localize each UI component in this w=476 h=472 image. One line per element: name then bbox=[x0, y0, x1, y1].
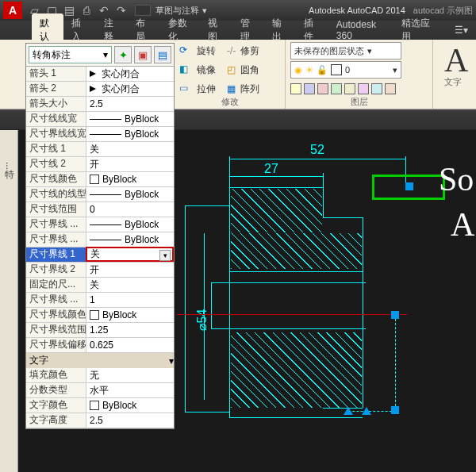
property-value[interactable]: ByBlock bbox=[86, 217, 174, 232]
property-value[interactable]: 1 bbox=[86, 293, 174, 307]
category-text[interactable]: 文字▾ bbox=[26, 353, 174, 368]
stretch-icon[interactable]: ▭ bbox=[179, 83, 192, 95]
property-row[interactable]: 箭头 1实心闭合 bbox=[26, 67, 174, 82]
property-row[interactable]: 文字颜色ByBlock bbox=[26, 398, 174, 413]
property-row[interactable]: 尺寸界线线宽ByBlock bbox=[26, 127, 174, 142]
app-menu-icon[interactable]: A bbox=[3, 2, 22, 19]
property-value[interactable]: ByBlock bbox=[86, 187, 174, 201]
fillet-btn[interactable]: 圆角 bbox=[240, 63, 259, 77]
property-name: 尺寸线 2 bbox=[26, 157, 86, 171]
grip[interactable] bbox=[405, 182, 413, 190]
property-name: 尺寸界线范围 bbox=[26, 323, 86, 337]
text-btn[interactable]: 文字 bbox=[438, 76, 468, 88]
quickselect-icon[interactable]: ✦ bbox=[114, 46, 132, 63]
property-row[interactable]: 尺寸界线 2开 bbox=[26, 263, 174, 278]
grip[interactable] bbox=[391, 311, 399, 319]
properties-palette[interactable]: 转角标注▾ ✦ ▣ ▤ 箭头 1实心闭合箭头 2实心闭合箭头大小2.5尺寸线线宽… bbox=[25, 43, 175, 429]
ribbon-layer-panel: 未保存的图层状态▾ ◉☀🔓 0▾ 图层 bbox=[286, 40, 433, 109]
property-value[interactable]: 2.5 bbox=[86, 413, 174, 428]
palette-sidebar[interactable]: 特... bbox=[0, 130, 18, 472]
text-object[interactable]: So bbox=[439, 160, 474, 198]
selectobj-icon[interactable]: ▣ bbox=[134, 46, 152, 63]
layer-tool-icon[interactable] bbox=[331, 83, 342, 94]
property-row[interactable]: 文字高度2.5 bbox=[26, 413, 174, 428]
property-value[interactable]: 水平 bbox=[86, 383, 174, 397]
property-value[interactable]: 0 bbox=[86, 202, 174, 217]
property-value[interactable]: 关 bbox=[86, 142, 174, 156]
property-value[interactable]: ByBlock bbox=[86, 232, 174, 247]
stretch-btn[interactable]: 拉伸 bbox=[197, 83, 216, 96]
dropdown-icon[interactable]: ▾ bbox=[159, 250, 171, 261]
property-value[interactable]: 无 bbox=[86, 368, 174, 382]
property-name: 文字颜色 bbox=[26, 398, 86, 413]
dimension-diam[interactable]: ⌀54 bbox=[194, 309, 209, 332]
property-value[interactable]: 实心闭合 bbox=[86, 82, 174, 96]
dimension-52[interactable]: 52 bbox=[310, 143, 324, 157]
layer-tool-icon[interactable] bbox=[304, 83, 315, 94]
property-row[interactable]: 尺寸界线 ...ByBlock bbox=[26, 217, 174, 232]
property-value[interactable]: ByBlock bbox=[86, 398, 174, 413]
property-row[interactable]: 尺寸线的线型ByBlock bbox=[26, 187, 174, 202]
property-value[interactable]: 开 bbox=[86, 263, 174, 277]
property-name: 尺寸线颜色 bbox=[26, 172, 86, 186]
layer-current-combo[interactable]: ◉☀🔓 0▾ bbox=[290, 61, 401, 79]
property-row[interactable]: 尺寸界线范围1.25 bbox=[26, 323, 174, 338]
mirror-btn[interactable]: 镜像 bbox=[197, 63, 216, 77]
property-value[interactable]: ByBlock bbox=[86, 172, 174, 186]
property-name: 箭头 1 bbox=[26, 67, 86, 81]
property-row[interactable]: 尺寸线 2开 bbox=[26, 157, 174, 172]
object-type-combo[interactable]: 转角标注▾ bbox=[29, 46, 112, 63]
hatch-area bbox=[231, 332, 362, 408]
text-big-icon[interactable]: A bbox=[438, 41, 468, 76]
property-row[interactable]: 尺寸界线 ...ByBlock bbox=[26, 232, 174, 248]
text-object[interactable]: A bbox=[451, 205, 474, 244]
property-name: 尺寸界线 ... bbox=[26, 217, 86, 232]
property-value[interactable]: 开 bbox=[86, 157, 174, 171]
property-row[interactable]: 尺寸线颜色ByBlock bbox=[26, 172, 174, 187]
layer-tool-icon[interactable] bbox=[371, 83, 382, 94]
property-row[interactable]: 尺寸线线宽ByBlock bbox=[26, 112, 174, 127]
layer-tool-icon[interactable] bbox=[290, 83, 301, 94]
pickadd-icon[interactable]: ▤ bbox=[154, 46, 171, 63]
property-row[interactable]: 填充颜色无 bbox=[26, 368, 174, 383]
property-value[interactable]: ByBlock bbox=[86, 308, 174, 322]
property-value[interactable]: 关▾ bbox=[86, 247, 174, 262]
property-row[interactable]: 尺寸界线偏移0.625 bbox=[26, 338, 174, 353]
property-row[interactable]: 尺寸界线颜色ByBlock bbox=[26, 308, 174, 323]
ribbon-modify-panel: ⟳旋转-/-修剪 ◧镜像◰圆角 ▭拉伸▦阵列 修改 bbox=[175, 40, 286, 109]
ribbon-tabs: 默认 插入 注释 布局 参数化 视图 管理 输出 插件 Autodesk 360… bbox=[0, 21, 476, 40]
property-row[interactable]: 箭头 2实心闭合 bbox=[26, 82, 174, 97]
property-name: 尺寸界线线宽 bbox=[26, 127, 86, 141]
property-row[interactable]: 分数类型水平 bbox=[26, 383, 174, 398]
property-value[interactable]: 0.625 bbox=[86, 338, 174, 352]
layer-tool-icon[interactable] bbox=[344, 83, 355, 94]
property-row[interactable]: 固定的尺...关 bbox=[26, 278, 174, 293]
property-name: 文字高度 bbox=[26, 413, 86, 428]
tab-options-icon[interactable]: ☰▾ bbox=[447, 21, 476, 39]
property-value[interactable]: 关 bbox=[86, 278, 174, 292]
dimension-27[interactable]: 27 bbox=[264, 162, 278, 176]
layer-tool-icon[interactable] bbox=[317, 83, 328, 94]
grip[interactable] bbox=[391, 406, 399, 414]
layer-state-combo[interactable]: 未保存的图层状态▾ bbox=[290, 42, 401, 59]
layer-tool-icon[interactable] bbox=[358, 83, 369, 94]
property-value[interactable]: 实心闭合 bbox=[86, 67, 174, 81]
property-value[interactable]: 2.5 bbox=[86, 97, 174, 111]
array-btn[interactable]: 阵列 bbox=[240, 83, 259, 96]
property-row[interactable]: 尺寸界线 1关▾ bbox=[26, 248, 174, 263]
property-row[interactable]: 尺寸线 1关 bbox=[26, 142, 174, 157]
property-row[interactable]: 尺寸线范围0 bbox=[26, 202, 174, 217]
property-value[interactable]: 1.25 bbox=[86, 323, 174, 337]
rotate-btn[interactable]: 旋转 bbox=[197, 44, 216, 58]
property-row[interactable]: 尺寸界线 ...1 bbox=[26, 293, 174, 308]
property-value[interactable]: ByBlock bbox=[86, 112, 174, 126]
rotate-icon[interactable]: ⟳ bbox=[179, 44, 192, 57]
property-value[interactable]: ByBlock bbox=[86, 127, 174, 141]
property-name: 尺寸线的线型 bbox=[26, 187, 86, 201]
mirror-icon[interactable]: ◧ bbox=[179, 63, 192, 76]
property-row[interactable]: 箭头大小2.5 bbox=[26, 97, 174, 112]
property-name: 分数类型 bbox=[26, 383, 86, 397]
layer-tool-icon[interactable] bbox=[385, 83, 396, 94]
trim-btn[interactable]: 修剪 bbox=[240, 44, 259, 58]
centerline bbox=[177, 314, 407, 315]
